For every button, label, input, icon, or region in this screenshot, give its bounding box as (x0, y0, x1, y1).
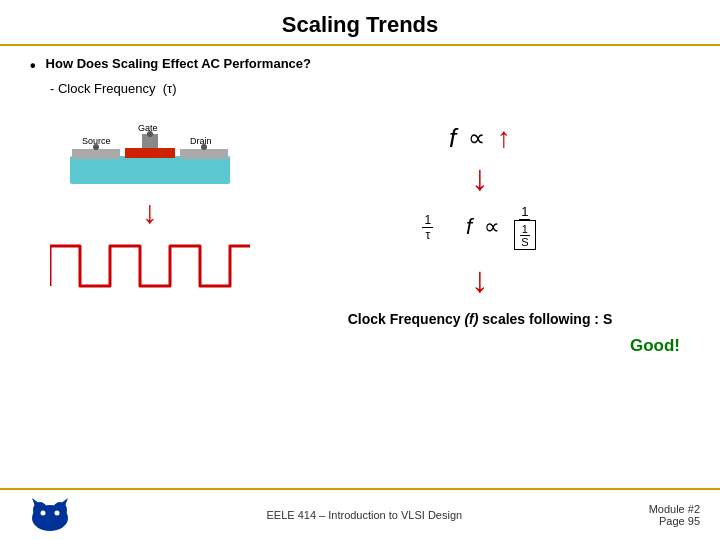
bullet-dot: • (30, 56, 36, 75)
mosfet-diagram: Source Gate Drain (50, 116, 250, 196)
svg-rect-1 (125, 148, 175, 158)
f-symbol-2: f (466, 214, 472, 240)
svg-point-10 (147, 131, 153, 137)
svg-point-9 (201, 144, 207, 150)
sub-text: - Clock Frequency (τ) (50, 81, 177, 96)
footer-course: EELE 414 – Introduction to VLSI Design (80, 509, 649, 521)
svg-point-18 (55, 511, 60, 516)
f-symbol: f (449, 123, 456, 154)
footer-page: Page 95 (649, 515, 700, 527)
diagram-area: Source Gate Drain ↓ (30, 106, 690, 478)
good-container: Good! (270, 336, 690, 356)
main-down-arrow: ↓ (471, 160, 489, 196)
footer-module-page: Module #2 Page 95 (649, 503, 700, 527)
footer-module: Module #2 (649, 503, 700, 515)
formula-row-1: f ∝ ↑ (449, 122, 511, 154)
left-down-arrow: ↓ (142, 196, 158, 228)
svg-point-17 (41, 511, 46, 516)
waveform-diagram (50, 236, 250, 296)
bullet-line: • How Does Scaling Effect AC Performance… (30, 56, 690, 75)
up-arrow-1: ↑ (497, 122, 511, 154)
proportional-symbol-2: ∝ (484, 214, 500, 240)
page: Scaling Trends • How Does Scaling Effect… (0, 0, 720, 540)
proportional-symbol-1: ∝ (468, 124, 485, 152)
left-section: Source Gate Drain ↓ (30, 116, 270, 296)
good-text: Good! (630, 336, 680, 355)
header: Scaling Trends (0, 0, 720, 46)
one-over-tau-frac: 1 τ (422, 213, 433, 242)
svg-point-8 (93, 144, 99, 150)
page-title: Scaling Trends (282, 12, 439, 37)
right-section: f ∝ ↑ ↓ 1 τ f ∝ (270, 106, 690, 356)
footer: EELE 414 – Introduction to VLSI Design M… (0, 488, 720, 540)
svg-rect-3 (72, 149, 120, 159)
svg-text:Gate: Gate (138, 123, 158, 133)
main-down-arrow-2: ↓ (471, 262, 489, 298)
svg-rect-0 (70, 156, 230, 184)
one-over-1-over-S: 1 1 S (512, 204, 537, 250)
svg-rect-4 (180, 149, 228, 159)
result-container: Clock Frequency (f) scales following : S (348, 310, 613, 328)
svg-text:Drain: Drain (190, 136, 212, 146)
content-area: • How Does Scaling Effect AC Performance… (0, 46, 720, 488)
formula-row-2: 1 τ f ∝ 1 1 S (422, 204, 537, 250)
bullet-text: How Does Scaling Effect AC Performance? (46, 56, 311, 71)
result-text: Clock Frequency (f) scales following : S (348, 311, 613, 327)
svg-point-14 (38, 507, 62, 525)
footer-logo (20, 496, 80, 534)
sub-line: - Clock Frequency (τ) (50, 81, 690, 96)
